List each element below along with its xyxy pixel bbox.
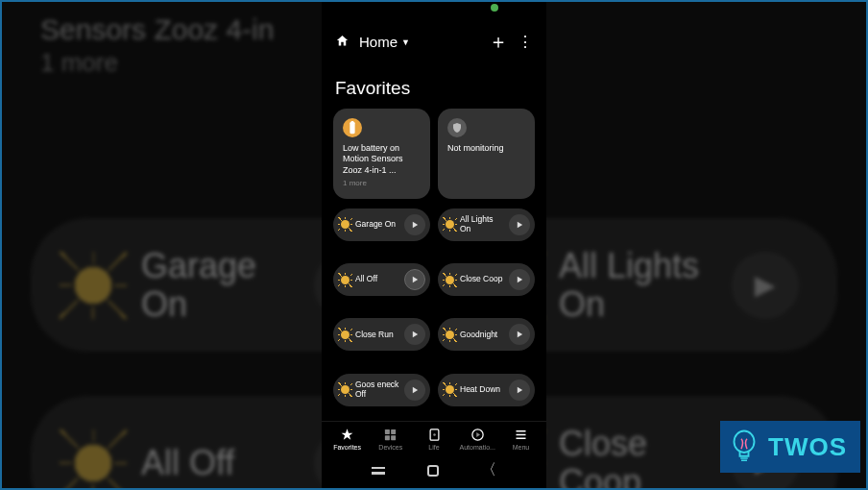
scene-pill[interactable]: Close Coop xyxy=(438,263,535,296)
scene-label: Heat Down xyxy=(460,385,505,394)
sun-icon xyxy=(69,261,117,309)
svg-rect-2 xyxy=(385,429,390,434)
scene-label: Goos eneck Off xyxy=(355,380,400,399)
card-title: Low battery on Motion Sensors Zooz 4-in-… xyxy=(343,143,421,176)
bottom-nav: FavoritesDevicesLifeAutomatio...Menu xyxy=(322,421,546,454)
scene-pill[interactable]: Goos eneck Off xyxy=(333,374,430,406)
play-button[interactable] xyxy=(404,214,425,235)
location-dropdown[interactable]: Home ▼ xyxy=(359,34,479,50)
bg-label: Garage On xyxy=(141,247,290,323)
sun-icon xyxy=(444,274,456,286)
sun-icon xyxy=(339,274,351,286)
scene-pill[interactable]: All Off xyxy=(333,263,430,296)
svg-point-9 xyxy=(735,431,755,453)
nav-devices[interactable]: Devices xyxy=(369,428,412,451)
nav-label: Favorites xyxy=(333,444,361,451)
scene-label: Close Run xyxy=(355,331,400,339)
nav-label: Menu xyxy=(513,444,530,451)
status-indicator-icon xyxy=(491,4,498,12)
scene-label: All Off xyxy=(355,275,400,283)
phone-battery-icon xyxy=(343,118,362,137)
chevron-down-icon: ▼ xyxy=(401,37,410,47)
shield-icon xyxy=(447,118,467,137)
sun-icon xyxy=(444,218,456,231)
svg-point-7 xyxy=(433,433,436,436)
not-monitoring-card[interactable]: Not monitoring xyxy=(438,109,535,199)
scene-label: Close Coop xyxy=(460,275,505,283)
svg-rect-1 xyxy=(351,121,354,122)
nav-life[interactable]: Life xyxy=(412,428,455,451)
svg-rect-0 xyxy=(350,122,354,134)
info-cards-row: Low battery on Motion Sensors Zooz 4-in-… xyxy=(322,109,546,208)
recents-button[interactable] xyxy=(372,467,385,475)
sun-icon xyxy=(339,329,351,341)
nav-label: Automatio... xyxy=(460,444,495,451)
sun-icon xyxy=(69,439,117,487)
svg-rect-4 xyxy=(385,435,390,440)
play-button[interactable] xyxy=(509,214,530,235)
add-button[interactable]: ＋ xyxy=(489,29,508,55)
sun-icon xyxy=(444,383,456,396)
nav-automatio-[interactable]: Automatio... xyxy=(456,428,499,451)
watermark: TWOS xyxy=(720,421,860,473)
section-title: Favorites xyxy=(322,64,546,109)
nav-label: Life xyxy=(428,444,439,451)
play-button[interactable] xyxy=(404,380,425,401)
scene-pill[interactable]: All Lights On xyxy=(438,208,535,241)
phone-screen: Home ▼ ＋ ⋮ Favorites Low battery on Moti… xyxy=(322,2,546,488)
system-nav: 〈 xyxy=(322,454,546,488)
bg-label: All Off xyxy=(141,444,290,482)
watermark-label: TWOS xyxy=(768,432,847,462)
bg-label: All Lights On xyxy=(559,247,708,323)
home-button[interactable] xyxy=(427,465,439,477)
scene-pill[interactable]: Close Run xyxy=(333,318,430,351)
scene-label: Garage On xyxy=(355,220,400,229)
play-button[interactable] xyxy=(404,269,425,290)
svg-rect-5 xyxy=(391,435,396,440)
nav-menu[interactable]: Menu xyxy=(499,428,542,451)
more-icon[interactable]: ⋮ xyxy=(518,33,533,51)
scenes-grid: Garage OnAll Lights OnAll OffClose CoopC… xyxy=(322,208,546,421)
scene-pill[interactable]: Garage On xyxy=(333,208,430,241)
location-label: Home xyxy=(359,34,398,50)
back-button[interactable]: 〈 xyxy=(481,460,496,480)
scene-label: Goodnight xyxy=(460,331,505,339)
bg-label: Close Coop xyxy=(559,425,708,490)
home-icon[interactable] xyxy=(335,34,350,51)
sun-icon xyxy=(444,329,456,341)
card-subtitle: 1 more xyxy=(343,179,421,187)
sun-icon xyxy=(339,218,351,231)
nav-label: Devices xyxy=(378,444,402,451)
low-battery-card[interactable]: Low battery on Motion Sensors Zooz 4-in-… xyxy=(333,109,430,199)
play-button[interactable] xyxy=(509,324,530,345)
card-title: Not monitoring xyxy=(447,143,525,154)
play-button[interactable] xyxy=(404,324,425,345)
play-icon: ▶ xyxy=(732,252,799,319)
play-button[interactable] xyxy=(509,269,530,290)
lightbulb-icon xyxy=(730,429,759,465)
nav-favorites[interactable]: Favorites xyxy=(326,428,369,451)
play-button[interactable] xyxy=(509,380,530,401)
svg-rect-3 xyxy=(391,429,396,434)
scene-pill[interactable]: Goodnight xyxy=(438,318,535,351)
scene-pill[interactable]: Heat Down xyxy=(438,374,535,406)
scene-label: All Lights On xyxy=(460,215,505,233)
top-bar: Home ▼ ＋ ⋮ xyxy=(322,2,546,64)
sun-icon xyxy=(339,383,351,396)
